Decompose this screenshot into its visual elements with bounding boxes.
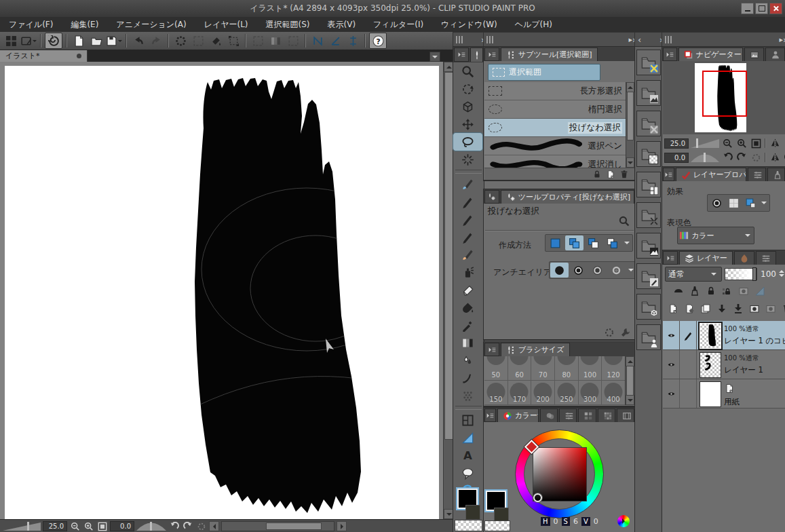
material-monochromatic[interactable]: [636, 80, 661, 106]
navigator-view-frame[interactable]: [702, 71, 747, 117]
subtool-item-selection-eraser[interactable]: 選択消し: [484, 155, 626, 168]
dropdown-caret-icon[interactable]: [622, 235, 632, 250]
tool-airbrush[interactable]: [453, 263, 482, 281]
lock-icon[interactable]: [592, 170, 602, 179]
canvas-horizontal-scrollbar[interactable]: [221, 521, 334, 531]
fill-selection-button[interactable]: [208, 33, 224, 48]
snap-ruler-button[interactable]: [309, 33, 326, 48]
delete-subtool-icon[interactable]: [619, 170, 629, 179]
open-file-button[interactable]: [88, 33, 104, 48]
menu-window[interactable]: ウィンドウ(W): [432, 19, 506, 31]
close-button[interactable]: [769, 3, 782, 14]
menu-file[interactable]: ファイル(F): [0, 19, 62, 31]
nav-reset-rotation-button[interactable]: [750, 152, 762, 163]
tool-pencil[interactable]: [453, 193, 482, 210]
nav-rotate-right-button[interactable]: [735, 152, 748, 163]
menu-layer[interactable]: レイヤー(L): [195, 19, 257, 31]
opacity-spinner[interactable]: [779, 269, 784, 280]
fit-to-screen-button[interactable]: [96, 521, 108, 531]
layer-search-tab[interactable]: [734, 251, 754, 265]
option-aa-none[interactable]: [550, 263, 569, 278]
tool-gradient[interactable]: [453, 334, 482, 352]
panel-menu-button[interactable]: [484, 190, 499, 204]
color-mixing-tab[interactable]: [540, 408, 558, 422]
brush-size-option[interactable]: 200: [531, 381, 555, 405]
navigator-tab[interactable]: ナビゲーター: [678, 48, 743, 61]
tool-brush[interactable]: [453, 210, 482, 228]
redo-button[interactable]: [148, 33, 164, 48]
title-bar[interactable]: イラスト* (A4 2894 x 4093px 350dpi 25.0%) - …: [0, 0, 785, 18]
status-rotation-value[interactable]: 0.0: [110, 521, 134, 531]
rotate-left-button[interactable]: [168, 521, 180, 531]
document-tab[interactable]: イラスト*: [0, 50, 88, 62]
tool-pen[interactable]: [453, 175, 482, 193]
crop-button[interactable]: [250, 33, 266, 48]
detail-settings-icon[interactable]: [620, 327, 631, 338]
tool-auto-select[interactable]: [453, 151, 482, 168]
maximize-button[interactable]: [755, 3, 768, 14]
nav-flip-horizontal-button[interactable]: [769, 138, 781, 149]
menu-filter[interactable]: フィルター(I): [364, 19, 432, 31]
tool-blend[interactable]: [453, 352, 482, 369]
menu-edit[interactable]: 編集(E): [62, 19, 107, 31]
nav-flip-view-button[interactable]: [769, 152, 781, 163]
visibility-toggle[interactable]: [663, 379, 680, 408]
layer-name[interactable]: 用紙: [724, 397, 740, 407]
lock-layer-button[interactable]: [704, 284, 718, 297]
new-subtool-icon[interactable]: [606, 170, 615, 179]
tool-move-layer[interactable]: [453, 115, 482, 133]
rotation-slider[interactable]: [136, 522, 166, 531]
decoration-tab[interactable]: [767, 168, 785, 181]
right-dock-strip[interactable]: [662, 32, 785, 48]
rotate-right-button[interactable]: [182, 521, 193, 531]
canvas-viewport[interactable]: [0, 62, 443, 519]
brush-size-option[interactable]: 60: [508, 356, 532, 381]
layer-property-tab[interactable]: レイヤープロパティ: [676, 168, 746, 181]
menu-help[interactable]: ヘルプ(H): [506, 19, 561, 31]
material-3d[interactable]: [636, 294, 661, 320]
tablet-mode-button[interactable]: [20, 33, 37, 48]
middle-dock-strip[interactable]: [483, 32, 641, 48]
border-effect-option[interactable]: [708, 195, 725, 210]
tool-zoom[interactable]: [453, 62, 482, 80]
layer-name[interactable]: レイヤー 1: [724, 365, 763, 375]
lock-transparent-button[interactable]: [721, 284, 734, 297]
transparent-color-swatch[interactable]: [484, 520, 510, 531]
dock-expand-left-icon[interactable]: [638, 35, 641, 45]
dropdown-caret-icon[interactable]: [759, 195, 769, 210]
option-aa-medium[interactable]: [588, 263, 607, 278]
navigator-preview[interactable]: [663, 61, 785, 134]
layer-row-paper[interactable]: 用紙: [663, 379, 785, 408]
tool-eyedropper[interactable]: [453, 316, 482, 334]
brush-size-scrollbar[interactable]: [625, 356, 634, 405]
brush-size-option[interactable]: 400: [602, 381, 626, 405]
intermediate-color-tab[interactable]: [617, 408, 634, 422]
visibility-toggle[interactable]: [663, 321, 680, 349]
material-image[interactable]: [636, 233, 661, 259]
new-raster-layer-button[interactable]: [666, 302, 680, 315]
transfer-down-button[interactable]: [715, 302, 729, 315]
horizontal-scroll-thumb[interactable]: [266, 522, 322, 530]
tool-frame-border[interactable]: [453, 411, 482, 429]
scroll-down-button[interactable]: [626, 395, 634, 405]
menu-selection[interactable]: 選択範囲(S): [257, 19, 319, 31]
subview-tab[interactable]: [744, 48, 764, 61]
menu-view[interactable]: 表示(V): [319, 19, 365, 31]
expression-color-dropdown[interactable]: カラー: [677, 227, 754, 244]
tool-tone[interactable]: [453, 387, 482, 404]
tool-balloon[interactable]: [453, 464, 482, 482]
delete-layer-button[interactable]: [780, 302, 785, 315]
create-mask-button[interactable]: [748, 302, 761, 315]
canvas-page[interactable]: [5, 66, 439, 519]
merge-down-button[interactable]: [731, 302, 745, 315]
tool-ruler[interactable]: [453, 429, 482, 446]
subtool-group-button[interactable]: 選択範囲: [488, 64, 600, 81]
new-layer-dialog-button[interactable]: [683, 302, 696, 315]
saturation-value-square[interactable]: [533, 447, 587, 501]
clip-to-layer-button[interactable]: [672, 284, 685, 297]
snap-grid-button[interactable]: [345, 33, 361, 48]
item-bank-tab[interactable]: [765, 48, 785, 61]
subtool-item-selection-pen[interactable]: 選択ペン: [484, 137, 626, 155]
reset-all-icon[interactable]: [604, 327, 615, 338]
tool-palette-tab[interactable]: [470, 48, 483, 62]
